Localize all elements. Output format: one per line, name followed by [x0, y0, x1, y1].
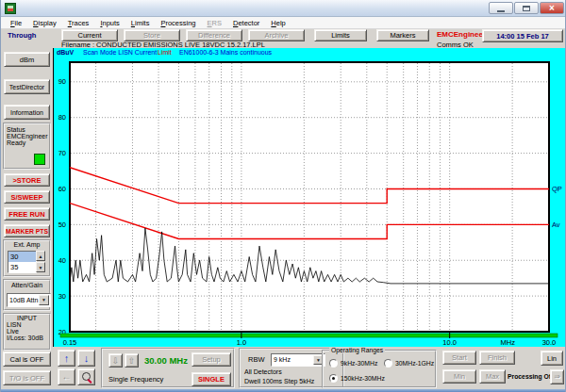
trace-down-button[interactable]: ↓ [77, 350, 95, 367]
back-button[interactable]: ← [58, 368, 75, 385]
status-ready: Ready [5, 139, 49, 146]
limit-standard-label: EN61000-6-3 Mains continuous [179, 49, 272, 56]
svg-text:1.0: 1.0 [237, 338, 246, 347]
emc-engineer-window: × File Display Traces Inputs Limits Proc… [0, 0, 566, 392]
left-arrow-icon: ← [62, 372, 72, 382]
range-option-9khz[interactable]: 9kHz-30MHz [329, 359, 377, 368]
single-sweep-button[interactable]: S/SWEEP [4, 190, 50, 204]
cal-toggle-button[interactable]: Cal is OFF [3, 351, 51, 367]
status-panel: Status EMCEngineer Ready [3, 122, 51, 170]
ext-amp-option-35[interactable]: 35 [8, 262, 36, 272]
ext-amp-scroll-up[interactable]: ▲ [36, 251, 45, 261]
menu-file[interactable]: File [5, 19, 27, 27]
detectors-label: All Detectors [244, 368, 282, 375]
ext-amp-label: Ext. Amp [5, 241, 49, 248]
ext-amp-panel: Ext. Amp 30 35 ▲ ▼ [3, 239, 51, 277]
atten-gain-label: Atten/Gain [5, 281, 49, 288]
svg-text:30: 30 [58, 292, 66, 301]
rbw-label: RBW [248, 355, 265, 364]
svg-text:80: 80 [58, 113, 66, 122]
hollow-down-arrow-icon: ⇩ [112, 356, 120, 366]
maximize-button[interactable] [514, 2, 539, 14]
range-option-150khz[interactable]: 150kHz-30MHz [329, 374, 385, 383]
finish-button[interactable]: Finish [479, 351, 515, 365]
ext-amp-scroll-down[interactable]: ▼ [36, 262, 45, 272]
processing-status-label: Processing Off [508, 373, 553, 380]
menu-traces[interactable]: Traces [62, 19, 95, 27]
to-toggle-button[interactable]: T/O is OFF [3, 370, 51, 385]
svg-text:30.0: 30.0 [542, 338, 557, 347]
freq-step-up-button[interactable]: ⇧ [125, 353, 139, 368]
svg-text:40: 40 [58, 256, 66, 265]
input-panel: INPUT LISN Live I/Loss: 30dB [3, 313, 51, 351]
information-button[interactable]: Information [4, 105, 50, 120]
svg-text:60: 60 [58, 185, 66, 193]
radio-label: 9kHz-30MHz [341, 360, 377, 367]
free-run-button[interactable]: FREE RUN [4, 207, 50, 220]
dwell-label: Dwell 100ms Step 5kHz [244, 378, 314, 384]
rbw-dropdown[interactable]: 9 kHz ▼ [271, 353, 325, 367]
single-button[interactable]: SINGLE [191, 372, 231, 386]
zoom-button[interactable] [77, 368, 95, 385]
magnifier-icon [81, 371, 92, 383]
markers-button[interactable]: Markers [376, 29, 429, 41]
forward-button[interactable]: ⇒ [550, 369, 564, 384]
arrow-up-icon: ▲ [39, 253, 43, 259]
menu-processing[interactable]: Processing [155, 19, 201, 27]
units-dbm-button[interactable]: dBm [4, 52, 50, 67]
radio-150khz-30mhz[interactable] [329, 374, 338, 383]
menu-bar: File Display Traces Inputs Limits Proces… [1, 17, 566, 29]
input-title: INPUT [5, 315, 49, 321]
menu-ers: ERS [202, 19, 227, 27]
start-button[interactable]: Start [442, 351, 476, 365]
svg-text:70: 70 [58, 149, 66, 157]
setup-button[interactable]: Setup [191, 352, 231, 367]
limit-label: Limit [158, 49, 172, 56]
atten-gain-value: 10dB Attn [9, 297, 38, 303]
svg-text:90: 90 [58, 77, 66, 86]
menu-help[interactable]: Help [265, 19, 291, 27]
svg-text:QP: QP [552, 185, 562, 193]
menu-inputs[interactable]: Inputs [94, 19, 125, 27]
atten-gain-dropdown[interactable]: 10dB Attn ▼ [7, 293, 51, 307]
minimize-button[interactable] [489, 2, 513, 14]
down-arrow-icon: ↓ [84, 353, 90, 364]
radio-9khz-30mhz[interactable] [329, 359, 338, 368]
menu-limits[interactable]: Limits [125, 19, 156, 27]
range-option-30mhz[interactable]: 30MHz-1GHz [384, 359, 434, 368]
max-button[interactable]: Max [479, 369, 506, 384]
min-button[interactable]: Min [442, 369, 476, 384]
status-indicator [34, 154, 45, 165]
ext-amp-option-30[interactable]: 30 [8, 252, 36, 262]
up-arrow-icon: ↑ [64, 353, 70, 364]
input-loss: I/Loss: 30dB [5, 335, 49, 341]
svg-text:50: 50 [58, 220, 66, 229]
chart-panel: dBuV Scan Mode LISN Current Limit EN6100… [53, 48, 566, 347]
status-app: EMCEngineer [5, 133, 49, 139]
test-director-button[interactable]: TestDirector [4, 79, 50, 94]
marker-pts-button[interactable]: MARKER PTS [4, 224, 50, 237]
menu-display[interactable]: Display [27, 19, 62, 27]
svg-text:MHz: MHz [500, 338, 515, 347]
input-mode: Live [5, 328, 49, 335]
input-source: LISN [5, 321, 49, 328]
maximize-icon [523, 6, 530, 11]
operating-ranges-group: Operating Ranges 9kHz-30MHz 30MHz-1GHz 1… [322, 350, 437, 388]
app-icon [5, 3, 16, 14]
dropdown-arrow-icon[interactable]: ▼ [39, 295, 49, 305]
ext-amp-listbox[interactable]: 30 35 [8, 251, 37, 273]
menu-detector[interactable]: Detector [227, 19, 265, 27]
store-trace-button[interactable]: >STORE [4, 173, 50, 187]
close-button[interactable]: × [540, 2, 564, 14]
frequency-readout: 30.00 MHz [144, 355, 188, 366]
atten-gain-panel: Atten/Gain 10dB Attn ▼ [3, 279, 51, 311]
hollow-up-arrow-icon: ⇧ [128, 356, 136, 366]
lin-log-button[interactable]: Lin [541, 351, 563, 366]
limits-button[interactable]: Limits [314, 29, 367, 41]
radio-30mhz-1ghz[interactable] [384, 359, 392, 368]
title-bar: × [1, 0, 566, 17]
arrow-down-icon: ▼ [39, 265, 43, 270]
freq-step-down-button[interactable]: ⇩ [108, 353, 123, 368]
emissions-chart[interactable]: QPAv20304050607080900.151.010.0MHz30.0 [54, 60, 566, 347]
trace-up-button[interactable]: ↑ [58, 350, 75, 367]
